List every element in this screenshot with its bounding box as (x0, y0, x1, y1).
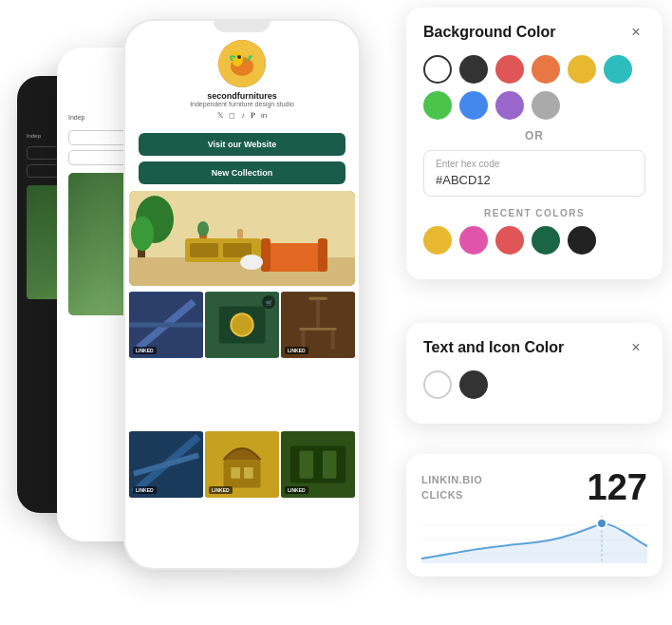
text-color-panel-header: Text and Icon Color × (423, 338, 645, 357)
instagram-icon: ◻ (229, 111, 235, 121)
phone-profile: secondfurnitures Independent furniture d… (125, 32, 359, 130)
svg-rect-28 (316, 300, 320, 328)
svg-rect-11 (190, 243, 218, 257)
recent-swatch-dark-green-recent[interactable] (532, 226, 560, 255)
bg-color-panel-header: Background Color × (423, 23, 645, 42)
color-swatch-teal[interactable] (604, 55, 632, 84)
color-swatch-dark-gray[interactable] (459, 55, 488, 84)
linked-badge-4: LINKED (133, 486, 157, 494)
linkedin-icon: in (261, 111, 267, 121)
hex-input-label: Enter hex code (436, 159, 633, 169)
text-color-panel: Text and Icon Color × (406, 323, 663, 424)
color-swatches-row1 (423, 55, 645, 120)
svg-rect-31 (331, 331, 335, 350)
bg-color-close-button[interactable]: × (626, 23, 645, 42)
svg-point-25 (231, 313, 252, 335)
text-color-swatch-white[interactable] (423, 370, 452, 399)
svg-point-18 (197, 221, 209, 237)
phones-area: Indep Indep (0, 0, 418, 625)
svg-rect-37 (231, 466, 240, 478)
svg-point-16 (240, 255, 263, 270)
bg-color-title: Background Color (423, 24, 556, 41)
recent-colors-label: RECENT COLORS (423, 208, 645, 218)
phone-image-grid: LINKED 🛒 (129, 292, 355, 568)
svg-rect-41 (300, 450, 314, 478)
svg-point-47 (597, 519, 607, 528)
recent-color-swatches (423, 226, 645, 255)
linked-badge-5: LINKED (209, 486, 233, 494)
grid-cell-4: LINKED (129, 431, 203, 498)
grid-cell-2: 🛒 (205, 292, 279, 358)
svg-point-3 (237, 55, 241, 59)
text-color-swatches (423, 370, 645, 399)
svg-rect-27 (308, 297, 327, 300)
avatar (218, 40, 266, 87)
stats-content: LINKIN.BIO CLICKS 127 (421, 467, 647, 508)
cart-icon: 🛒 (262, 295, 275, 309)
stats-chart (421, 516, 647, 563)
svg-rect-19 (237, 229, 243, 238)
or-divider: OR (423, 129, 645, 142)
svg-rect-14 (261, 238, 271, 272)
text-color-swatch-dark-gray[interactable] (459, 370, 488, 399)
grid-cell-1: LINKED (129, 292, 203, 358)
color-swatch-white[interactable] (423, 55, 452, 84)
svg-rect-29 (300, 328, 337, 331)
panels-area: Background Color × OR Enter hex code REC… (397, 0, 672, 625)
color-swatch-purple[interactable] (495, 91, 524, 120)
svg-rect-13 (266, 243, 323, 272)
linked-badge-6: LINKED (285, 486, 308, 494)
color-swatch-blue[interactable] (459, 91, 488, 120)
visit-website-button[interactable]: Visit our Website (139, 133, 345, 156)
svg-rect-38 (244, 466, 253, 478)
text-color-title: Text and Icon Color (423, 339, 564, 356)
profile-desc: Independent furniture design studio (190, 101, 294, 107)
svg-rect-15 (318, 238, 327, 272)
tiktok-icon: ♪ (241, 111, 245, 121)
svg-rect-42 (323, 450, 337, 478)
grid-cell-3: LINKED (281, 292, 355, 358)
color-swatch-red[interactable] (495, 55, 524, 84)
recent-swatch-red-recent[interactable] (495, 226, 524, 255)
grid-cell-6: LINKED (281, 431, 355, 498)
text-color-close-button[interactable]: × (626, 338, 645, 357)
recent-swatch-yellow-recent[interactable] (423, 226, 452, 255)
stats-number: 127 (588, 467, 647, 508)
linked-badge-3: LINKED (285, 347, 308, 354)
color-swatch-green[interactable] (423, 91, 452, 120)
phone-notch (214, 21, 271, 32)
twitter-icon: 𝕏 (217, 111, 223, 121)
stats-label: LINKIN.BIO CLICKS (421, 473, 482, 502)
svg-rect-36 (224, 460, 261, 487)
color-swatch-orange[interactable] (532, 55, 560, 84)
profile-name: secondfurnitures (207, 91, 277, 101)
recent-swatch-pink-recent[interactable] (459, 226, 488, 255)
new-collection-button[interactable]: New Collection (139, 161, 345, 184)
phone-main: secondfurnitures Independent furniture d… (123, 19, 361, 570)
bg-color-panel: Background Color × OR Enter hex code REC… (406, 8, 663, 279)
stats-panel: LINKIN.BIO CLICKS 127 (406, 454, 663, 577)
svg-point-2 (232, 51, 243, 66)
svg-point-9 (131, 217, 154, 251)
recent-swatch-black-recent[interactable] (568, 226, 596, 255)
hex-input-wrapper: Enter hex code (423, 150, 645, 197)
pinterest-icon: 𝐏 (251, 111, 255, 121)
color-swatch-yellow[interactable] (568, 55, 596, 84)
social-icons: 𝕏 ◻ ♪ 𝐏 in (217, 111, 267, 121)
grid-cell-5: LINKED (205, 431, 279, 498)
svg-rect-40 (290, 445, 346, 483)
hero-image (129, 191, 355, 286)
hex-input[interactable] (436, 173, 633, 187)
linked-badge-1: LINKED (133, 347, 157, 354)
color-swatch-gray[interactable] (532, 91, 560, 120)
